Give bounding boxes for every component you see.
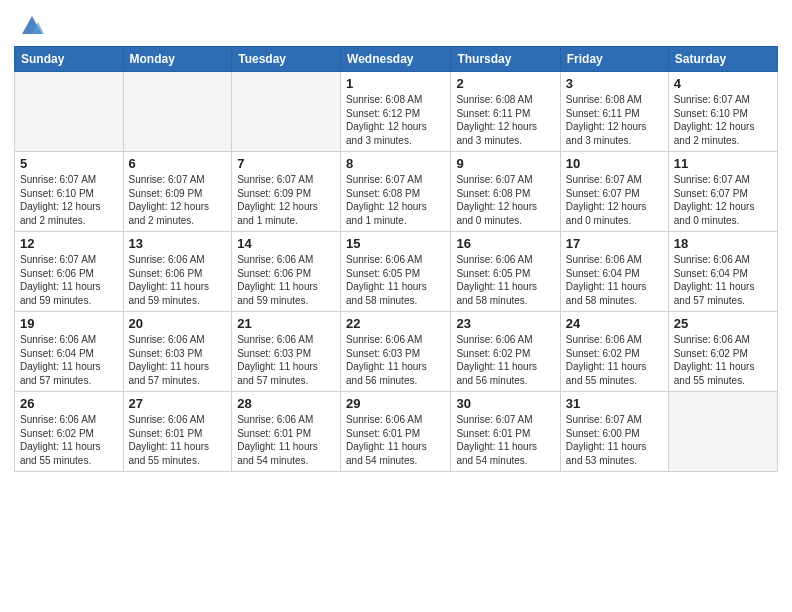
day-info: Sunrise: 6:06 AM Sunset: 6:02 PM Dayligh… [20, 413, 118, 467]
calendar-cell: 20Sunrise: 6:06 AM Sunset: 6:03 PM Dayli… [123, 312, 232, 392]
day-info: Sunrise: 6:06 AM Sunset: 6:06 PM Dayligh… [237, 253, 335, 307]
day-number: 28 [237, 396, 335, 411]
calendar-cell: 24Sunrise: 6:06 AM Sunset: 6:02 PM Dayli… [560, 312, 668, 392]
day-info: Sunrise: 6:07 AM Sunset: 6:10 PM Dayligh… [674, 93, 772, 147]
calendar-cell: 10Sunrise: 6:07 AM Sunset: 6:07 PM Dayli… [560, 152, 668, 232]
calendar-cell: 15Sunrise: 6:06 AM Sunset: 6:05 PM Dayli… [341, 232, 451, 312]
calendar-cell: 13Sunrise: 6:06 AM Sunset: 6:06 PM Dayli… [123, 232, 232, 312]
day-info: Sunrise: 6:06 AM Sunset: 6:01 PM Dayligh… [129, 413, 227, 467]
day-number: 5 [20, 156, 118, 171]
calendar-cell: 6Sunrise: 6:07 AM Sunset: 6:09 PM Daylig… [123, 152, 232, 232]
calendar-cell: 8Sunrise: 6:07 AM Sunset: 6:08 PM Daylig… [341, 152, 451, 232]
day-number: 24 [566, 316, 663, 331]
day-number: 22 [346, 316, 445, 331]
day-number: 16 [456, 236, 554, 251]
day-number: 27 [129, 396, 227, 411]
calendar-cell [668, 392, 777, 472]
calendar-cell [232, 72, 341, 152]
day-number: 4 [674, 76, 772, 91]
day-number: 15 [346, 236, 445, 251]
day-info: Sunrise: 6:06 AM Sunset: 6:04 PM Dayligh… [20, 333, 118, 387]
day-info: Sunrise: 6:07 AM Sunset: 6:08 PM Dayligh… [456, 173, 554, 227]
calendar-cell: 28Sunrise: 6:06 AM Sunset: 6:01 PM Dayli… [232, 392, 341, 472]
weekday-header-monday: Monday [123, 47, 232, 72]
day-number: 17 [566, 236, 663, 251]
weekday-header-sunday: Sunday [15, 47, 124, 72]
calendar-cell [123, 72, 232, 152]
weekday-header-row: SundayMondayTuesdayWednesdayThursdayFrid… [15, 47, 778, 72]
day-info: Sunrise: 6:08 AM Sunset: 6:11 PM Dayligh… [456, 93, 554, 147]
calendar-cell: 3Sunrise: 6:08 AM Sunset: 6:11 PM Daylig… [560, 72, 668, 152]
calendar-cell: 31Sunrise: 6:07 AM Sunset: 6:00 PM Dayli… [560, 392, 668, 472]
calendar-cell: 7Sunrise: 6:07 AM Sunset: 6:09 PM Daylig… [232, 152, 341, 232]
calendar-week-row-5: 26Sunrise: 6:06 AM Sunset: 6:02 PM Dayli… [15, 392, 778, 472]
day-number: 11 [674, 156, 772, 171]
day-info: Sunrise: 6:07 AM Sunset: 6:00 PM Dayligh… [566, 413, 663, 467]
logo-icon [18, 12, 46, 40]
day-number: 6 [129, 156, 227, 171]
day-number: 1 [346, 76, 445, 91]
calendar-cell: 23Sunrise: 6:06 AM Sunset: 6:02 PM Dayli… [451, 312, 560, 392]
day-number: 18 [674, 236, 772, 251]
day-info: Sunrise: 6:06 AM Sunset: 6:06 PM Dayligh… [129, 253, 227, 307]
day-info: Sunrise: 6:06 AM Sunset: 6:04 PM Dayligh… [566, 253, 663, 307]
day-number: 30 [456, 396, 554, 411]
calendar-cell: 4Sunrise: 6:07 AM Sunset: 6:10 PM Daylig… [668, 72, 777, 152]
calendar-cell: 14Sunrise: 6:06 AM Sunset: 6:06 PM Dayli… [232, 232, 341, 312]
day-number: 12 [20, 236, 118, 251]
day-info: Sunrise: 6:07 AM Sunset: 6:01 PM Dayligh… [456, 413, 554, 467]
day-info: Sunrise: 6:06 AM Sunset: 6:05 PM Dayligh… [346, 253, 445, 307]
day-number: 20 [129, 316, 227, 331]
day-number: 14 [237, 236, 335, 251]
day-info: Sunrise: 6:08 AM Sunset: 6:12 PM Dayligh… [346, 93, 445, 147]
day-info: Sunrise: 6:07 AM Sunset: 6:09 PM Dayligh… [129, 173, 227, 227]
page: SundayMondayTuesdayWednesdayThursdayFrid… [0, 0, 792, 612]
day-info: Sunrise: 6:07 AM Sunset: 6:08 PM Dayligh… [346, 173, 445, 227]
calendar-cell: 27Sunrise: 6:06 AM Sunset: 6:01 PM Dayli… [123, 392, 232, 472]
calendar-week-row-4: 19Sunrise: 6:06 AM Sunset: 6:04 PM Dayli… [15, 312, 778, 392]
weekday-header-friday: Friday [560, 47, 668, 72]
calendar-cell: 19Sunrise: 6:06 AM Sunset: 6:04 PM Dayli… [15, 312, 124, 392]
calendar-cell: 30Sunrise: 6:07 AM Sunset: 6:01 PM Dayli… [451, 392, 560, 472]
calendar-week-row-2: 5Sunrise: 6:07 AM Sunset: 6:10 PM Daylig… [15, 152, 778, 232]
day-info: Sunrise: 6:06 AM Sunset: 6:02 PM Dayligh… [456, 333, 554, 387]
day-number: 19 [20, 316, 118, 331]
day-number: 31 [566, 396, 663, 411]
day-info: Sunrise: 6:06 AM Sunset: 6:03 PM Dayligh… [237, 333, 335, 387]
day-info: Sunrise: 6:07 AM Sunset: 6:07 PM Dayligh… [566, 173, 663, 227]
calendar-cell: 9Sunrise: 6:07 AM Sunset: 6:08 PM Daylig… [451, 152, 560, 232]
calendar-cell: 5Sunrise: 6:07 AM Sunset: 6:10 PM Daylig… [15, 152, 124, 232]
calendar-cell: 18Sunrise: 6:06 AM Sunset: 6:04 PM Dayli… [668, 232, 777, 312]
day-number: 26 [20, 396, 118, 411]
logo [14, 16, 46, 40]
day-number: 29 [346, 396, 445, 411]
calendar-cell: 22Sunrise: 6:06 AM Sunset: 6:03 PM Dayli… [341, 312, 451, 392]
day-number: 10 [566, 156, 663, 171]
calendar-cell: 1Sunrise: 6:08 AM Sunset: 6:12 PM Daylig… [341, 72, 451, 152]
weekday-header-thursday: Thursday [451, 47, 560, 72]
day-number: 23 [456, 316, 554, 331]
calendar-cell: 29Sunrise: 6:06 AM Sunset: 6:01 PM Dayli… [341, 392, 451, 472]
day-info: Sunrise: 6:06 AM Sunset: 6:04 PM Dayligh… [674, 253, 772, 307]
day-number: 25 [674, 316, 772, 331]
day-info: Sunrise: 6:06 AM Sunset: 6:03 PM Dayligh… [129, 333, 227, 387]
day-info: Sunrise: 6:08 AM Sunset: 6:11 PM Dayligh… [566, 93, 663, 147]
weekday-header-saturday: Saturday [668, 47, 777, 72]
calendar-cell: 21Sunrise: 6:06 AM Sunset: 6:03 PM Dayli… [232, 312, 341, 392]
calendar-cell: 16Sunrise: 6:06 AM Sunset: 6:05 PM Dayli… [451, 232, 560, 312]
day-info: Sunrise: 6:07 AM Sunset: 6:10 PM Dayligh… [20, 173, 118, 227]
day-info: Sunrise: 6:06 AM Sunset: 6:01 PM Dayligh… [346, 413, 445, 467]
calendar-cell: 12Sunrise: 6:07 AM Sunset: 6:06 PM Dayli… [15, 232, 124, 312]
day-number: 9 [456, 156, 554, 171]
calendar-cell: 11Sunrise: 6:07 AM Sunset: 6:07 PM Dayli… [668, 152, 777, 232]
day-info: Sunrise: 6:06 AM Sunset: 6:03 PM Dayligh… [346, 333, 445, 387]
calendar-cell: 17Sunrise: 6:06 AM Sunset: 6:04 PM Dayli… [560, 232, 668, 312]
day-number: 21 [237, 316, 335, 331]
weekday-header-tuesday: Tuesday [232, 47, 341, 72]
day-info: Sunrise: 6:07 AM Sunset: 6:09 PM Dayligh… [237, 173, 335, 227]
day-info: Sunrise: 6:06 AM Sunset: 6:05 PM Dayligh… [456, 253, 554, 307]
day-number: 2 [456, 76, 554, 91]
day-number: 8 [346, 156, 445, 171]
day-info: Sunrise: 6:07 AM Sunset: 6:07 PM Dayligh… [674, 173, 772, 227]
day-info: Sunrise: 6:06 AM Sunset: 6:02 PM Dayligh… [566, 333, 663, 387]
